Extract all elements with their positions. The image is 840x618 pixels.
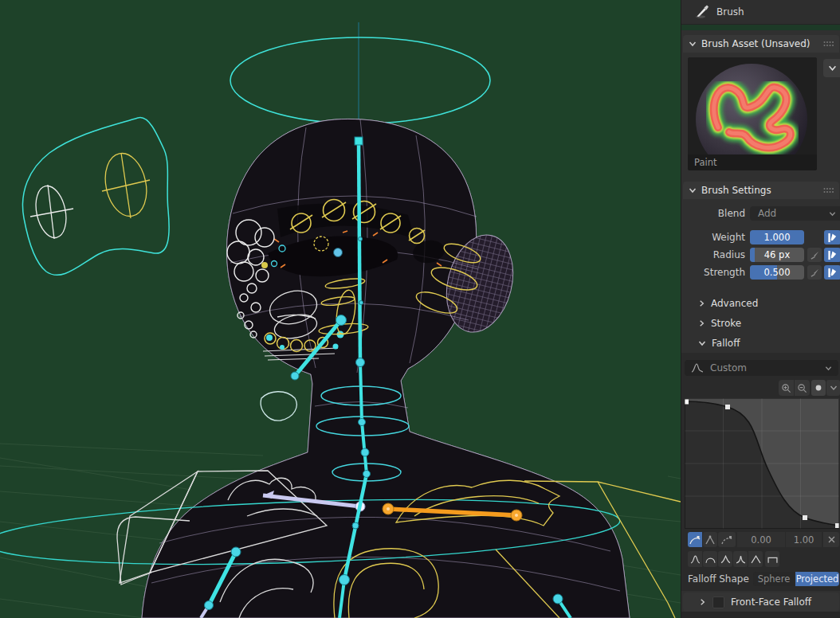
falloff-section-header[interactable]: Falloff <box>681 336 840 350</box>
curve-options-button[interactable] <box>826 380 840 396</box>
falloff-preset-value: Custom <box>710 362 747 374</box>
brush-toggle-icon <box>827 233 838 243</box>
curve-x-value: 0.00 <box>751 534 771 546</box>
stylus-pressure-icon <box>810 250 820 260</box>
front-face-falloff-title: Front-Face Falloff <box>731 596 811 608</box>
curve-y-value: 1.00 <box>794 534 814 546</box>
strength-value: 0.500 <box>750 265 804 280</box>
chevron-right-icon <box>698 299 705 307</box>
radius-pressure-button[interactable] <box>807 248 822 262</box>
blend-dropdown[interactable]: Add <box>750 206 840 221</box>
projected-option-label: Projected <box>796 573 839 585</box>
strength-label: Strength <box>681 267 745 278</box>
radius-unified-toggle-button[interactable] <box>824 248 840 262</box>
panel-divider <box>681 24 840 30</box>
weight-label: Weight <box>681 232 745 243</box>
panel-bottom-strip <box>681 612 840 618</box>
brush-settings-title: Brush Settings <box>701 185 771 196</box>
curve-x-field[interactable]: 0.00 <box>737 532 785 547</box>
stroke-section-header[interactable]: Stroke <box>681 316 840 331</box>
curve-point-type-button[interactable] <box>811 380 826 396</box>
handle-auto-icon <box>689 535 701 545</box>
curve-point <box>725 405 730 409</box>
grip-icon[interactable] <box>823 187 834 194</box>
sphere-option-label: Sphere <box>758 573 791 585</box>
x-icon <box>827 535 836 544</box>
blender-window: Brush Brush Asset (Unsaved) <box>0 0 840 618</box>
weight-value: 1.000 <box>750 230 804 244</box>
falloff-smooth-icon <box>690 555 701 564</box>
handle-auto-button[interactable] <box>688 532 702 547</box>
falloff-shape-label: Falloff Shape <box>688 573 749 585</box>
spine-head-handle[interactable] <box>355 137 363 145</box>
brush-toggle-icon <box>827 250 838 260</box>
falloff-round-icon <box>705 555 716 564</box>
handle-auto-clamped-button[interactable] <box>718 532 736 547</box>
radius-value: 46 px <box>750 248 804 262</box>
blend-label: Blend <box>681 208 745 219</box>
front-face-falloff-header[interactable]: Front-Face Falloff <box>683 593 839 612</box>
falloff-shape-projected-button[interactable]: Projected <box>795 572 839 586</box>
brush-settings-header[interactable]: Brush Settings <box>683 182 839 199</box>
falloff-preset-root-button[interactable] <box>718 551 732 567</box>
radius-slider[interactable]: 46 px <box>750 248 804 262</box>
breadcrumb: Brush <box>681 0 840 24</box>
curve-y-field[interactable]: 1.00 <box>786 532 822 547</box>
falloff-preset-dropdown[interactable]: Custom <box>685 360 838 376</box>
chevron-down-icon <box>698 339 706 347</box>
falloff-curve-canvas <box>685 398 839 529</box>
chevron-down-icon <box>689 186 697 194</box>
advanced-title: Advanced <box>711 298 758 309</box>
falloff-curve-editor[interactable] <box>685 398 839 529</box>
breadcrumb-label[interactable]: Brush <box>716 6 744 18</box>
brush-preview-image <box>688 57 817 170</box>
falloff-shape-sphere-button[interactable]: Sphere <box>753 572 795 586</box>
falloff-constant-icon <box>767 555 778 564</box>
properties-panel: Brush Brush Asset (Unsaved) <box>681 0 840 618</box>
curve-zoom-out-button[interactable] <box>795 380 810 396</box>
brush-preview[interactable]: Paint <box>688 57 817 170</box>
falloff-preset-linear-button[interactable] <box>748 551 763 567</box>
curve-preset-icon <box>691 363 704 373</box>
falloff-preset-constant-button[interactable] <box>765 551 779 567</box>
brush-preview-dropdown-button[interactable] <box>823 59 840 77</box>
weight-unified-toggle-button[interactable] <box>824 230 840 244</box>
chevron-down-icon <box>825 365 832 372</box>
strength-pressure-button[interactable] <box>807 265 822 280</box>
zoom-in-icon <box>781 383 791 393</box>
iris-control <box>334 248 343 257</box>
curve-zoom-in-button[interactable] <box>779 380 794 396</box>
falloff-preset-sharp-button[interactable] <box>733 551 748 567</box>
stroke-title: Stroke <box>711 318 741 329</box>
chevron-down-icon <box>828 64 837 72</box>
front-face-falloff-checkbox[interactable] <box>712 596 724 608</box>
falloff-linear-icon <box>751 555 761 564</box>
grip-icon[interactable] <box>823 41 834 47</box>
3d-viewport[interactable] <box>0 0 681 618</box>
falloff-preset-round-button[interactable] <box>703 551 717 567</box>
brush-asset-header[interactable]: Brush Asset (Unsaved) <box>683 35 839 53</box>
chevron-down-icon <box>829 210 836 217</box>
chevron-down-icon <box>830 384 838 392</box>
weight-slider[interactable]: 1.000 <box>750 230 804 244</box>
blend-value: Add <box>758 208 776 219</box>
chevron-right-icon <box>699 598 706 606</box>
falloff-preset-smooth-button[interactable] <box>688 551 702 567</box>
radius-label: Radius <box>681 249 745 260</box>
advanced-section-header[interactable]: Advanced <box>681 296 840 311</box>
falloff-title: Falloff <box>712 338 740 349</box>
brush-toggle-icon <box>827 268 838 278</box>
falloff-sharp-icon <box>736 555 746 564</box>
brush-preview-caption: Paint <box>688 154 817 170</box>
strength-slider[interactable]: 0.500 <box>750 265 804 280</box>
strength-unified-toggle-button[interactable] <box>824 265 840 280</box>
chevron-down-icon <box>689 40 697 48</box>
zoom-out-icon <box>797 383 807 393</box>
handle-vector-button[interactable] <box>703 532 717 547</box>
brush-asset-title: Brush Asset (Unsaved) <box>701 38 811 49</box>
handle-auto-clamped-icon <box>721 535 733 545</box>
stylus-pressure-icon <box>810 268 820 278</box>
delete-point-button[interactable] <box>823 532 839 547</box>
cheek-yellow-dot <box>261 262 268 268</box>
curve-point <box>803 515 807 520</box>
